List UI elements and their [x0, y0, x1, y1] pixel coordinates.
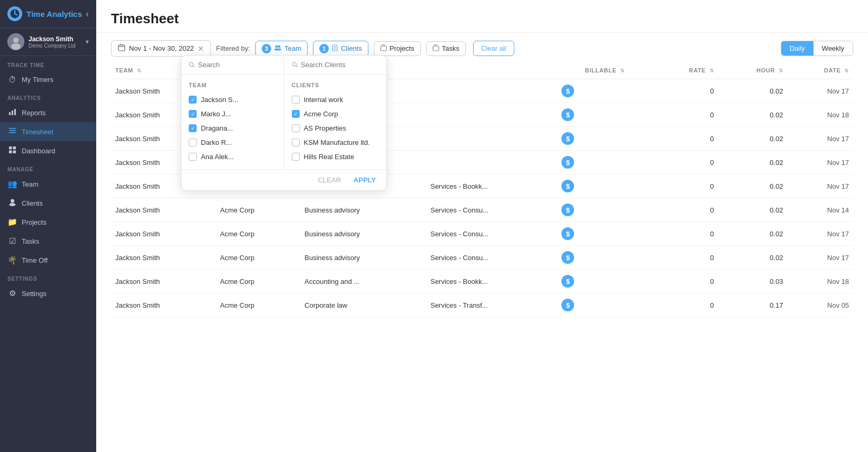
client-item-as-props[interactable]: AS Properties	[284, 121, 387, 135]
team-search[interactable]	[181, 56, 284, 74]
team-item-ana[interactable]: Ana Alek...	[181, 150, 284, 164]
clients-search[interactable]	[284, 56, 387, 74]
cell-date: Nov 18	[787, 103, 853, 127]
client-item-hills[interactable]: Hills Real Estate	[284, 150, 387, 164]
cell-hour: 0.02	[718, 127, 787, 151]
sidebar-item-clients[interactable]: Clients	[0, 193, 96, 213]
cell-rate: 0	[652, 127, 718, 151]
sidebar-user-section[interactable]: Jackson Smith Demo Company Ltd ▾	[0, 28, 96, 56]
sidebar-item-projects[interactable]: 📁 Projects	[0, 213, 96, 232]
jackson-checkbox[interactable]: ✓	[189, 96, 197, 104]
svg-rect-6	[14, 109, 16, 115]
cell-billable: $	[557, 103, 652, 127]
col-hour[interactable]: HOUR ⇅	[718, 62, 787, 79]
sidebar-collapse-btn[interactable]: ‹	[86, 8, 89, 20]
sidebar-item-time-off[interactable]: 🌴 Time Off	[0, 251, 96, 270]
client-item-internal[interactable]: Internal work	[284, 93, 387, 107]
dragana-checkbox[interactable]: ✓	[189, 124, 197, 132]
billable-icon: $	[561, 156, 574, 169]
darko-checkbox[interactable]	[189, 139, 197, 146]
sidebar-item-reports[interactable]: Reports	[0, 103, 96, 122]
daily-view-button[interactable]: Daily	[781, 41, 814, 56]
team-item-marko[interactable]: ✓ Marko J...	[181, 107, 284, 121]
svg-rect-28	[433, 46, 439, 51]
weekly-view-button[interactable]: Weekly	[814, 41, 853, 56]
cell-project: Accounting and ...	[300, 270, 426, 293]
billable-icon: $	[561, 180, 574, 192]
svg-rect-11	[13, 146, 16, 150]
date-clear-icon[interactable]: ✕	[198, 44, 204, 53]
table-row[interactable]: Jackson Smith Acme Corp Corporate law Se…	[111, 293, 853, 317]
sidebar-item-dashboard[interactable]: Dashboard	[0, 141, 96, 160]
date-range-button[interactable]: Nov 1 - Nov 30, 2022 ✕	[111, 40, 211, 57]
sidebar-item-timesheet[interactable]: Timesheet	[0, 122, 96, 141]
cell-date: Nov 17	[787, 246, 853, 270]
ana-checkbox[interactable]	[189, 153, 197, 161]
dropdown-apply-button[interactable]: APPLY	[350, 174, 379, 186]
clients-filter-icon	[331, 44, 338, 53]
team-item-label: Marko J...	[201, 110, 231, 118]
tasks-filter-chip[interactable]: Tasks	[426, 41, 466, 56]
team-search-input[interactable]	[198, 61, 276, 69]
tasks-filter-label: Tasks	[442, 44, 459, 52]
app-logo-icon	[7, 6, 22, 21]
client-item-ksm[interactable]: KSM Manufacture ltd.	[284, 135, 387, 150]
sidebar-item-my-timers[interactable]: ⏱ My Timers	[0, 70, 96, 89]
cell-billable: $	[557, 246, 652, 270]
user-info: Jackson Smith Demo Company Ltd	[29, 35, 81, 49]
svg-point-2	[13, 38, 19, 43]
sidebar-item-team[interactable]: 👥 Team	[0, 174, 96, 193]
table-row[interactable]: Jackson Smith Acme Corp Business advisor…	[111, 222, 853, 246]
marko-checkbox[interactable]: ✓	[189, 110, 197, 118]
section-track-time: Track Time	[0, 56, 96, 70]
team-item-label: Jackson S...	[201, 96, 238, 104]
cell-billable: $	[557, 222, 652, 246]
hills-checkbox[interactable]	[292, 153, 300, 161]
client-item-acme[interactable]: ✓ Acme Corp	[284, 107, 387, 121]
cell-rate: 0	[652, 174, 718, 198]
app-name: Time Analytics	[26, 10, 82, 19]
table-row[interactable]: Jackson Smith Acme Corp Business advisor…	[111, 246, 853, 270]
table-row[interactable]: Jackson Smith Acme Corp Business advisor…	[111, 198, 853, 222]
cell-hour: 0.02	[718, 198, 787, 222]
clients-filter-chip[interactable]: 1 Clients	[313, 41, 368, 57]
projects-icon: 📁	[7, 217, 17, 227]
team-item-darko[interactable]: Darko R...	[181, 135, 284, 150]
team-filter-chip[interactable]: 3 Team	[255, 41, 308, 57]
col-date[interactable]: DATE ⇅	[787, 62, 853, 79]
svg-rect-24	[334, 47, 336, 47]
reports-icon	[7, 108, 17, 117]
cell-service: Services - Bookk...	[426, 174, 557, 198]
cell-rate: 0	[652, 151, 718, 174]
internal-checkbox[interactable]	[292, 96, 300, 104]
svg-point-30	[292, 62, 296, 66]
clients-column: CLIENTS Internal work ✓ Acme Corp AS Pro…	[284, 75, 387, 169]
cell-team: Jackson Smith	[111, 198, 216, 222]
as-props-checkbox[interactable]	[292, 124, 300, 132]
svg-rect-5	[12, 110, 13, 115]
team-item-dragana[interactable]: ✓ Dragana...	[181, 121, 284, 135]
ksm-checkbox[interactable]	[292, 139, 300, 146]
team-filter-badge: 3	[262, 44, 271, 53]
sidebar-item-settings[interactable]: ⚙ Settings	[0, 284, 96, 303]
projects-filter-chip[interactable]: Projects	[374, 41, 421, 56]
dropdown-clear-button[interactable]: CLEAR	[315, 174, 344, 186]
billable-icon: $	[561, 85, 574, 97]
svg-rect-27	[381, 46, 386, 51]
table-row[interactable]: Jackson Smith Acme Corp Accounting and .…	[111, 270, 853, 293]
col-rate[interactable]: RATE ⇅	[652, 62, 718, 79]
cell-team: Jackson Smith	[111, 222, 216, 246]
cell-rate: 0	[652, 198, 718, 222]
col-billable[interactable]: BILLABLE ⇅	[557, 62, 652, 79]
clients-search-input[interactable]	[301, 61, 379, 69]
acme-checkbox[interactable]: ✓	[292, 110, 300, 118]
svg-rect-18	[123, 44, 124, 46]
svg-point-20	[278, 45, 281, 48]
team-filter-label: Team	[284, 44, 301, 52]
sidebar-item-tasks[interactable]: ☑ Tasks	[0, 232, 96, 251]
team-item-jackson[interactable]: ✓ Jackson S...	[181, 93, 284, 107]
client-item-label: KSM Manufacture ltd.	[304, 139, 370, 146]
cell-rate: 0	[652, 293, 718, 317]
clear-all-button[interactable]: Clear all	[473, 41, 514, 56]
svg-rect-16	[118, 45, 125, 51]
